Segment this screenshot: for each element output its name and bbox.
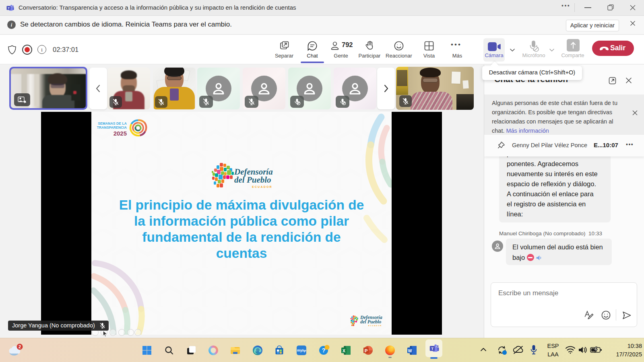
svg-text:W: W <box>408 348 412 353</box>
svg-text:T: T <box>8 6 10 10</box>
svg-text:2: 2 <box>19 344 21 349</box>
svg-text:T: T <box>431 346 433 351</box>
svg-text:P: P <box>365 348 368 353</box>
svg-text:X: X <box>343 348 346 353</box>
